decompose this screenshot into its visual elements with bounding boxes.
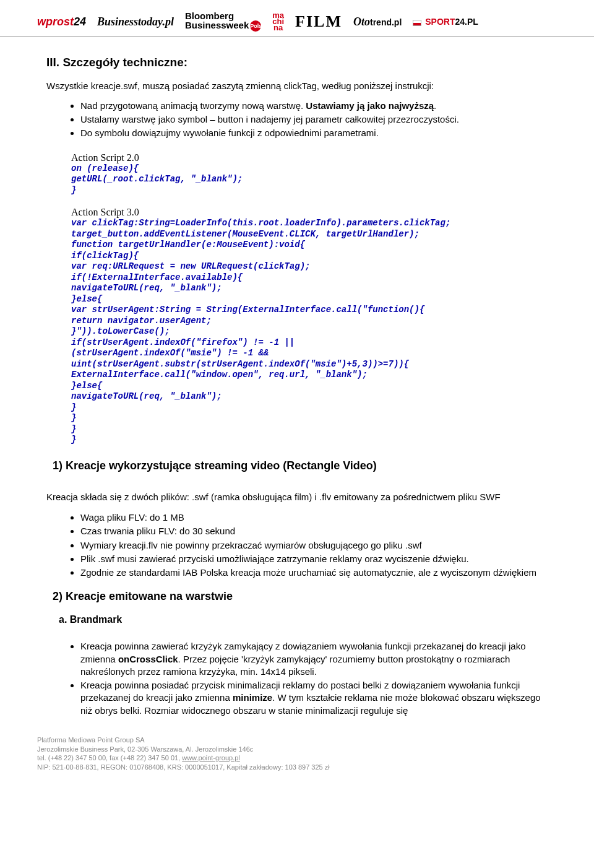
intro-text: Wszystkie kreacje.swf, muszą posiadać za… bbox=[46, 80, 548, 91]
logo-film: FILM bbox=[295, 12, 342, 31]
footer-legal: NIP: 521-00-88-831, REGON: 010768408, KR… bbox=[37, 763, 557, 772]
list-item: Kreacja powinna posiadać przycisk minima… bbox=[80, 679, 548, 717]
logo-row: wprost24 Businesstoday.pl BloombergBusin… bbox=[37, 12, 557, 32]
bullets-brandmark: Kreacja powinna zawierać krzyżyk zamykaj… bbox=[46, 640, 548, 717]
footer-address: Jerozolimskie Business Park, 02-305 Wars… bbox=[37, 745, 557, 754]
list-item: Zgodnie ze standardami IAB Polska kreacj… bbox=[80, 566, 548, 579]
as3-code: var clickTag:String=LoaderInfo(this.root… bbox=[71, 218, 548, 446]
logo-bloomberg: BloombergBusinessweekPolska bbox=[185, 12, 261, 32]
list-item: Kreacja powinna zawierać krzyżyk zamykaj… bbox=[80, 640, 548, 678]
as3-label: Action Script 3.0 bbox=[71, 207, 548, 218]
footer-company: Platforma Mediowa Point Group SA bbox=[37, 736, 557, 745]
list-item: Ustalamy warstwę jako symbol – button i … bbox=[80, 113, 548, 126]
as2-label: Action Script 2.0 bbox=[71, 152, 548, 163]
list-item: Waga pliku FLV: do 1 MB bbox=[80, 511, 548, 524]
heading-1: 1) Kreacje wykorzystujące streaming vide… bbox=[53, 459, 548, 472]
page-content: III. Szczegóły techniczne: Wszystkie kre… bbox=[0, 37, 594, 731]
heading-2: 2) Kreacje emitowane na warstwie bbox=[53, 590, 548, 603]
header-bar: wprost24 Businesstoday.pl BloombergBusin… bbox=[0, 0, 594, 37]
list-item: Plik .swf musi zawierać przyciski umożli… bbox=[80, 553, 548, 565]
logo-sport24: SPORT24.PL bbox=[413, 17, 478, 27]
footer-contact: tel. (+48 22) 347 50 00, fax (+48 22) 34… bbox=[37, 753, 557, 763]
para-1: Kreacja składa się z dwóch plików: .swf … bbox=[46, 491, 548, 503]
logo-ototrend: Ototrend.pl bbox=[353, 15, 402, 28]
bullets-video: Waga pliku FLV: do 1 MBCzas trwania plik… bbox=[46, 511, 548, 579]
logo-businesstoday: Businesstoday.pl bbox=[97, 15, 174, 28]
list-item: Wymiary kreacji.flv nie powinny przekrac… bbox=[80, 539, 548, 552]
logo-machina: machina bbox=[272, 12, 284, 31]
footer: Platforma Mediowa Point Group SA Jerozol… bbox=[0, 731, 594, 778]
as2-code: on (release){ getURL(_root.clickTag, "_b… bbox=[71, 163, 548, 196]
section-title: III. Szczegóły techniczne: bbox=[46, 56, 548, 69]
list-item: Czas trwania pliku FLV: do 30 sekund bbox=[80, 525, 548, 537]
logo-wprost: wprost24 bbox=[37, 15, 86, 28]
list-item: Do symbolu dowiązujmy wywołanie funkcji … bbox=[80, 127, 548, 139]
footer-link[interactable]: www.point-group.pl bbox=[182, 754, 240, 762]
heading-2a: a. Brandmark bbox=[59, 614, 548, 625]
list-item: Nad przygotowaną animacją tworzymy nową … bbox=[80, 100, 548, 112]
bullets-instruction: Nad przygotowaną animacją tworzymy nową … bbox=[46, 100, 548, 140]
